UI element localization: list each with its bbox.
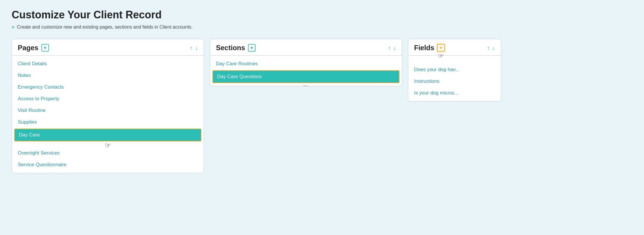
list-item[interactable]: Client Details: [12, 58, 204, 70]
chevron-icon: »: [12, 24, 15, 30]
sections-add-button[interactable]: +: [248, 44, 256, 52]
cursor-hand-sections: ☞: [303, 83, 309, 86]
page-title: Customize Your Client Record: [12, 9, 632, 21]
pages-day-care-item[interactable]: Day Care: [14, 129, 201, 141]
sections-sort-buttons: ↑ ↓: [388, 45, 396, 51]
list-item[interactable]: Overnight Services: [12, 147, 204, 159]
pages-sort-up[interactable]: ↑: [190, 45, 193, 51]
pages-sort-buttons: ↑ ↓: [190, 45, 198, 51]
list-item[interactable]: Access to Property: [12, 93, 204, 105]
pages-list: Client Details Notes Emergency Contacts …: [12, 56, 204, 173]
sections-sort-up[interactable]: ↑: [388, 45, 391, 51]
list-item[interactable]: Day Care Routines: [210, 58, 402, 70]
fields-add-button[interactable]: +: [437, 44, 445, 52]
cursor-hand-fields: ☞: [438, 52, 444, 60]
sections-sort-down[interactable]: ↓: [393, 45, 396, 51]
list-item[interactable]: Does your dog hav...: [408, 64, 501, 76]
pages-header: Pages + ↑ ↓: [12, 39, 204, 56]
sections-title: Sections: [216, 44, 245, 52]
pages-sort-down[interactable]: ↓: [195, 45, 198, 51]
pages-add-button[interactable]: +: [41, 44, 49, 52]
pages-title: Pages: [18, 44, 38, 52]
list-item[interactable]: Is your dog microc...: [408, 87, 501, 99]
columns-container: Pages + ↑ ↓ Client Details Notes Emergen…: [12, 39, 632, 173]
page-subtitle: » Create and customize new and existing …: [12, 24, 632, 30]
fields-list: Does your dog hav... Instructions Is you…: [408, 62, 501, 101]
sections-list: Day Care Routines Day Care Questions ☞: [210, 56, 402, 86]
list-item[interactable]: Notes: [12, 70, 204, 81]
pages-column: Pages + ↑ ↓ Client Details Notes Emergen…: [12, 39, 204, 173]
list-item[interactable]: Visit Routine: [12, 105, 204, 116]
fields-sort-buttons: ↑ ↓: [487, 45, 495, 51]
fields-sort-up[interactable]: ↑: [487, 45, 490, 51]
list-item[interactable]: Supplies: [12, 116, 204, 128]
fields-column: Fields + ☞ ↑ ↓ Does your dog hav... Inst…: [408, 39, 501, 101]
sections-column: Sections + ↑ ↓ Day Care Routines Day Car…: [210, 39, 402, 86]
list-item[interactable]: Emergency Contacts: [12, 81, 204, 93]
subtitle-text: Create and customize new and existing pa…: [17, 24, 193, 30]
sections-day-care-questions-item[interactable]: Day Care Questions: [212, 70, 400, 83]
fields-sort-down[interactable]: ↓: [492, 45, 495, 51]
list-item[interactable]: Instructions: [408, 76, 501, 87]
list-item[interactable]: Service Questionnaire: [12, 159, 204, 171]
fields-title: Fields: [414, 44, 434, 52]
sections-header: Sections + ↑ ↓: [210, 39, 402, 56]
fields-header: Fields + ☞ ↑ ↓: [408, 39, 501, 56]
